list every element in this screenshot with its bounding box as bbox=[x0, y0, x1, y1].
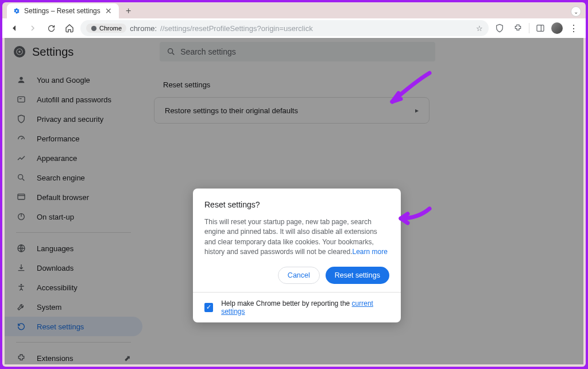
reset-settings-dialog: Reset settings? This will reset your sta… bbox=[193, 189, 401, 322]
tab-bar: Settings – Reset settings ✕ + ⌄ bbox=[2, 2, 586, 18]
settings-favicon bbox=[13, 7, 21, 15]
home-button[interactable] bbox=[62, 21, 77, 36]
site-chip[interactable]: Chrome bbox=[86, 24, 126, 33]
url-path: //settings/resetProfileSettings?origin=u… bbox=[160, 24, 313, 33]
back-button[interactable] bbox=[7, 21, 22, 36]
extensions-icon[interactable] bbox=[510, 21, 525, 36]
page-content: Settings Search settings You and Google … bbox=[5, 38, 583, 364]
dialog-footer: ✓ Help make Chrome better by reporting t… bbox=[193, 292, 401, 322]
address-bar[interactable]: Chrome chrome://settings/resetProfileSet… bbox=[80, 20, 489, 36]
toolbar-divider bbox=[529, 23, 529, 33]
learn-more-link[interactable]: Learn more bbox=[352, 248, 387, 256]
active-tab[interactable]: Settings – Reset settings ✕ bbox=[7, 3, 119, 18]
profile-avatar[interactable] bbox=[551, 22, 563, 34]
bookmark-star-icon[interactable]: ☆ bbox=[476, 24, 483, 33]
window-expand-button[interactable]: ⌄ bbox=[571, 6, 581, 17]
side-panel-icon[interactable] bbox=[533, 21, 548, 36]
url-protocol: chrome: bbox=[130, 24, 157, 33]
report-label: Help make Chrome better by reporting the… bbox=[221, 299, 389, 316]
forward-button[interactable] bbox=[25, 21, 40, 36]
tab-title: Settings – Reset settings bbox=[24, 7, 100, 15]
dialog-body: This will reset your startup page, new t… bbox=[204, 217, 389, 257]
reset-settings-button[interactable]: Reset settings bbox=[326, 267, 389, 284]
shield-icon[interactable] bbox=[492, 21, 507, 36]
dialog-title: Reset settings? bbox=[204, 200, 389, 209]
svg-rect-1 bbox=[537, 25, 544, 32]
kebab-menu-icon[interactable]: ⋮ bbox=[566, 21, 581, 36]
report-checkbox[interactable]: ✓ bbox=[204, 303, 213, 312]
new-tab-button[interactable]: + bbox=[122, 5, 135, 17]
cancel-button[interactable]: Cancel bbox=[278, 267, 320, 284]
tab-close-icon[interactable]: ✕ bbox=[104, 6, 113, 16]
reload-button[interactable] bbox=[44, 21, 59, 36]
svg-point-0 bbox=[91, 25, 96, 30]
browser-toolbar: Chrome chrome://settings/resetProfileSet… bbox=[2, 18, 586, 38]
